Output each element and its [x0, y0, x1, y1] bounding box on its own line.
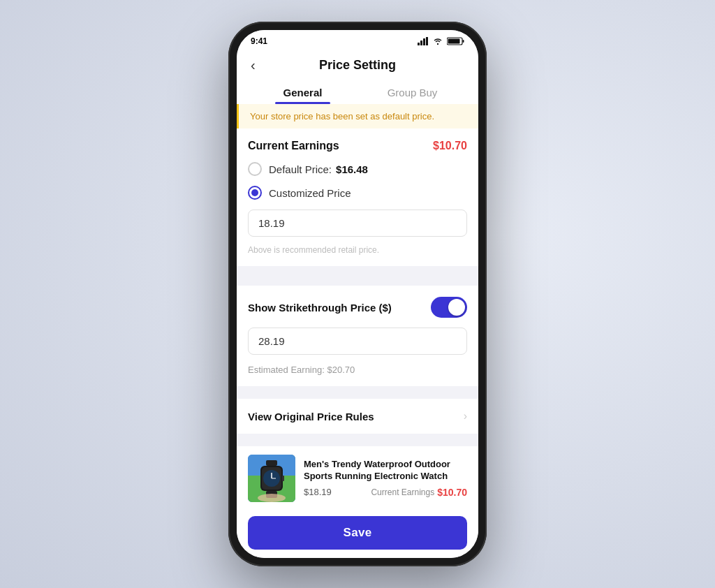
view-original-rules-label: View Original Price Rules: [248, 411, 374, 422]
svg-rect-0: [418, 43, 420, 45]
chevron-right-icon: ›: [464, 410, 467, 422]
customized-price-radio[interactable]: [248, 186, 262, 200]
svg-rect-2: [423, 38, 425, 45]
customized-price-label: Customized Price: [269, 187, 351, 199]
scroll-content[interactable]: Current Earnings $10.70 Default Price: $…: [237, 128, 478, 508]
divider-2: [237, 393, 478, 399]
svg-rect-6: [448, 39, 460, 44]
view-original-rules-row[interactable]: View Original Price Rules ›: [237, 399, 478, 434]
page-title: Price Setting: [319, 58, 396, 73]
phone-frame: 9:41: [228, 22, 487, 566]
tab-general[interactable]: General: [248, 80, 358, 104]
divider-1: [237, 273, 478, 279]
product-image-svg: [248, 455, 295, 502]
default-price-radio[interactable]: [248, 162, 262, 176]
earnings-value: $10.70: [433, 140, 467, 152]
wifi-icon: [432, 37, 443, 45]
svg-point-17: [258, 494, 286, 502]
notice-text: Your store price has been set as default…: [250, 111, 434, 122]
customized-price-input[interactable]: [248, 210, 467, 237]
save-bar: Save: [237, 508, 478, 558]
customized-price-option[interactable]: Customized Price: [248, 186, 467, 200]
status-icons: [418, 37, 464, 45]
status-time: 9:41: [251, 36, 267, 46]
tabs-container: General Group Buy: [248, 80, 467, 104]
back-button[interactable]: ‹: [248, 54, 258, 76]
earnings-card: Current Earnings $10.70 Default Price: $…: [237, 128, 478, 266]
svg-rect-5: [463, 40, 464, 43]
svg-rect-3: [426, 37, 428, 45]
svg-rect-15: [282, 476, 284, 481]
product-name: Men's Trendy Waterproof Outdoor Sports R…: [304, 459, 467, 483]
default-price-label: Default Price:: [269, 163, 332, 175]
earnings-label: Current Earnings: [248, 140, 339, 152]
strikethrough-card: Show Strikethrough Price ($) Estimated E…: [237, 286, 478, 386]
header: ‹ Price Setting General Group Buy: [237, 52, 478, 104]
product-earnings-label: Current Earnings: [371, 487, 434, 497]
strikethrough-toggle[interactable]: [431, 297, 467, 318]
status-bar: 9:41: [237, 30, 478, 52]
default-price-value: $16.48: [336, 163, 368, 175]
phone-screen: 9:41: [237, 30, 478, 558]
product-earnings-value: $10.70: [437, 487, 467, 498]
notice-banner: Your store price has been set as default…: [237, 104, 478, 128]
product-card: Men's Trendy Waterproof Outdoor Sports R…: [237, 446, 478, 508]
signal-icon: [418, 37, 429, 45]
estimated-earning-text: Estimated Earning: $20.70: [248, 365, 467, 375]
product-info: Men's Trendy Waterproof Outdoor Sports R…: [304, 459, 467, 498]
svg-rect-9: [266, 460, 277, 466]
svg-rect-1: [420, 41, 422, 45]
divider-3: [237, 434, 478, 439]
product-price: $18.19: [304, 487, 332, 497]
save-button[interactable]: Save: [248, 516, 467, 550]
strikethrough-price-input[interactable]: [248, 328, 467, 355]
price-hint-text: Above is recommended retail price.: [248, 245, 467, 255]
default-price-option[interactable]: Default Price: $16.48: [248, 162, 467, 176]
tab-group-buy[interactable]: Group Buy: [358, 80, 467, 104]
battery-icon: [447, 37, 464, 45]
strikethrough-label: Show Strikethrough Price ($): [248, 302, 392, 314]
product-image: [248, 455, 295, 502]
